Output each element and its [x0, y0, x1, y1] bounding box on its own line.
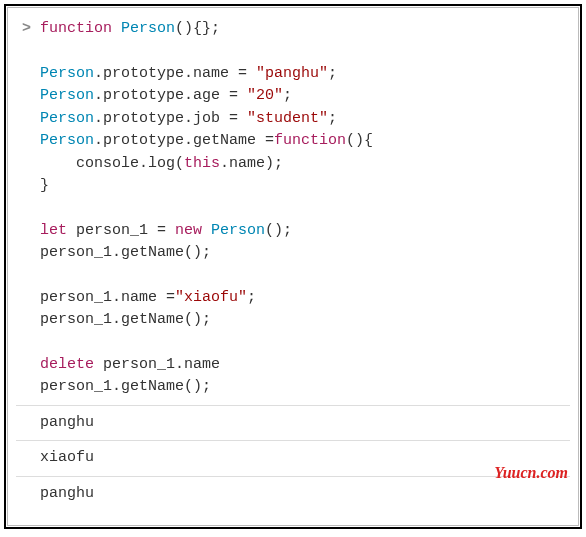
code-line: function Person(){};: [40, 18, 570, 41]
console-inner-frame: > function Person(){}; Person.prototype.…: [7, 7, 579, 526]
code-line: Person.prototype.name = "panghu";: [40, 63, 570, 86]
code-line: person_1.getName();: [40, 242, 570, 265]
code-input-block[interactable]: > function Person(){}; Person.prototype.…: [16, 18, 570, 399]
blank-line: [40, 41, 570, 63]
code-line: person_1.getName();: [40, 376, 570, 399]
console-output-section: panghu xiaofu panghu: [16, 405, 570, 512]
console-output-line: panghu: [16, 405, 570, 441]
console-output-line: panghu: [16, 476, 570, 512]
blank-line: [40, 265, 570, 287]
watermark-text: Yuucn.com: [494, 461, 568, 485]
code-line: console.log(this.name);: [40, 153, 570, 176]
blank-line: [40, 332, 570, 354]
code-line: Person.prototype.age = "20";: [40, 85, 570, 108]
code-line: delete person_1.name: [40, 354, 570, 377]
console-output-line: xiaofu: [16, 440, 570, 476]
code-line: Person.prototype.getName =function(){: [40, 130, 570, 153]
blank-line: [40, 198, 570, 220]
code-line: person_1.name ="xiaofu";: [40, 287, 570, 310]
console-outer-frame: > function Person(){}; Person.prototype.…: [4, 4, 582, 529]
code-line: person_1.getName();: [40, 309, 570, 332]
code-line: }: [40, 175, 570, 198]
code-line: let person_1 = new Person();: [40, 220, 570, 243]
code-line: Person.prototype.job = "student";: [40, 108, 570, 131]
input-prompt: >: [22, 18, 31, 41]
